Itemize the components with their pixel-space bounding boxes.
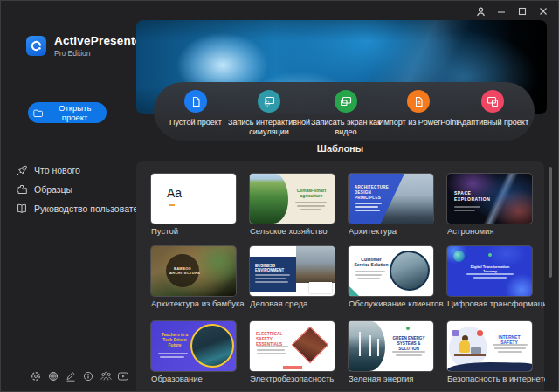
open-project-button[interactable]: Открыть проект xyxy=(28,102,107,123)
action-label: Импорт из PowerPoint xyxy=(378,118,459,127)
template-card-architecture[interactable]: ARCHITECTURE DESIGN PRINCIPLES Архитекту… xyxy=(349,174,433,238)
app-logo-icon xyxy=(26,36,46,56)
blank-document-icon xyxy=(184,90,207,113)
activepresenter-start-window: ActivePresenter Pro Edition Открыть прое… xyxy=(0,0,559,392)
template-card-green-energy[interactable]: GREEN ENERGY SYSTEMS & SOLUTION Зеленая … xyxy=(349,321,433,386)
account-button[interactable] xyxy=(473,3,488,19)
template-thumbnail: Climate-smart agriculture xyxy=(250,174,335,224)
minimize-icon xyxy=(497,7,506,16)
app-name: ActivePresenter xyxy=(54,34,147,47)
scrollbar[interactable] xyxy=(549,167,552,278)
sidebar-item-user-guide[interactable]: Руководство пользователя xyxy=(12,201,152,217)
open-project-label: Открыть проект xyxy=(48,103,101,122)
action-label: Запись интерактивной симуляции xyxy=(225,118,313,137)
puzzle-icon xyxy=(16,183,28,196)
account-icon xyxy=(475,6,487,17)
thumb-title: Digital Transformation Journey xyxy=(468,265,512,273)
sidebar-item-whats-new[interactable]: Что новoго xyxy=(12,162,152,178)
close-button[interactable] xyxy=(535,3,551,19)
settings-gear-icon[interactable] xyxy=(29,369,43,383)
action-record-simulation[interactable]: Запись интерактивной симуляции xyxy=(225,90,313,137)
folder-icon xyxy=(33,108,43,118)
template-label: Деловая среда xyxy=(250,299,348,308)
community-people-icon[interactable] xyxy=(99,369,113,383)
template-label: Астрономия xyxy=(447,226,545,236)
template-label: Пустой xyxy=(151,226,249,236)
maximize-icon xyxy=(518,7,527,16)
template-card-bamboo[interactable]: BAMBOO ARCHITECTURE Архитектура из бамбу… xyxy=(151,246,236,311)
sidebar-nav: Что новoго Образцы Руководство пользоват… xyxy=(12,162,152,217)
powerpoint-file-icon xyxy=(407,90,430,113)
template-thumbnail: Teachers in a Tech-Driven Future xyxy=(151,321,236,371)
footer-toolbar xyxy=(29,369,130,383)
template-card-agriculture[interactable]: Climate-smart agriculture Сельское хозяй… xyxy=(250,174,335,238)
template-card-blank[interactable]: Aa Пустой xyxy=(151,174,236,238)
maximize-button[interactable] xyxy=(514,3,530,19)
close-icon xyxy=(539,7,548,16)
about-info-icon[interactable] xyxy=(81,369,95,383)
template-label: Архитектура xyxy=(349,226,446,236)
template-label: Электробезопасность xyxy=(250,374,348,383)
minimize-button[interactable] xyxy=(493,3,509,19)
feedback-pencil-icon[interactable] xyxy=(64,369,78,383)
template-label: Обслуживание клиентов xyxy=(349,299,446,308)
quick-actions-bar: Пустой проект Запись интерактивной симул… xyxy=(154,82,535,141)
template-thumbnail: BAMBOO ARCHITECTURE xyxy=(151,246,236,296)
sidebar-item-label: Образцы xyxy=(34,184,72,195)
rocket-icon xyxy=(16,164,28,176)
screen-video-icon xyxy=(335,90,357,113)
template-thumbnail: BUSINESS ENVIRONMENT xyxy=(250,246,335,296)
screen-record-gear-icon xyxy=(258,90,280,113)
template-label: Цифровая трансформация xyxy=(447,299,545,308)
sidebar-item-samples[interactable]: Образцы xyxy=(12,182,152,197)
titlebar xyxy=(1,1,558,22)
template-thumbnail: ARCHITECTURE DESIGN PRINCIPLES xyxy=(349,174,433,224)
thumb-title: BUSINESS ENVIRONMENT xyxy=(255,264,292,272)
template-thumbnail: INTERNET SAFETY xyxy=(447,321,532,371)
sidebar-item-label: Что новoго xyxy=(34,165,80,175)
template-thumbnail: Digital Transformation Journey xyxy=(447,246,532,296)
template-card-education[interactable]: Teachers in a Tech-Driven Future Образов… xyxy=(151,321,236,386)
template-label: Зеленая энергия xyxy=(349,374,446,383)
template-label: Архитектура из бамбука xyxy=(151,299,249,308)
template-card-astronomy[interactable]: SPACE EXPLORATION Астрономия xyxy=(447,174,532,238)
template-card-digital-transformation[interactable]: Digital Transformation Journey Цифровая … xyxy=(447,246,532,311)
brand: ActivePresenter Pro Edition xyxy=(26,34,147,58)
template-label: Образование xyxy=(151,374,249,383)
language-globe-icon[interactable] xyxy=(46,369,60,383)
responsive-screens-icon xyxy=(481,90,504,113)
template-thumbnail: ELECTRICAL SAFETY ESSENTIALS xyxy=(250,321,335,371)
action-responsive-project[interactable]: Адаптивный проект xyxy=(449,90,536,127)
thumb-title: SPACE EXPLORATION xyxy=(454,190,484,203)
template-card-customer-service[interactable]: Customer Service Solution Обслуживание к… xyxy=(349,246,433,311)
sidebar-item-label: Руководство пользователя xyxy=(34,203,148,214)
action-label: Пустой проект xyxy=(169,118,222,127)
thumb-title: GREEN ENERGY SYSTEMS & SOLUTION xyxy=(389,336,429,352)
action-label: Адаптивный проект xyxy=(457,118,528,127)
app-edition: Pro Edition xyxy=(54,49,147,58)
template-thumbnail: GREEN ENERGY SYSTEMS & SOLUTION xyxy=(349,321,433,371)
thumb-title: Climate-smart agriculture xyxy=(292,188,331,198)
template-thumbnail: Aa xyxy=(151,174,236,224)
video-tutorials-icon[interactable] xyxy=(116,369,130,383)
templates-heading: Шаблоны xyxy=(136,143,544,154)
book-icon xyxy=(16,203,28,215)
template-label: Сельское хозяйство xyxy=(250,226,348,236)
thumb-title: Teachers in a Tech-Driven Future xyxy=(156,333,193,348)
template-card-electrical-safety[interactable]: ELECTRICAL SAFETY ESSENTIALS Электробезо… xyxy=(250,321,335,386)
template-card-internet-safety[interactable]: INTERNET SAFETY Безопасность в интернете xyxy=(447,321,532,386)
thumb-title: Aa xyxy=(167,186,182,200)
template-thumbnail: Customer Service Solution xyxy=(349,246,433,296)
templates-panel: Aa Пустой Climate-smart agriculture Сель… xyxy=(136,161,544,392)
thumb-title: BAMBOO ARCHITECTURE xyxy=(169,266,196,275)
thumb-title: Customer Service Solution xyxy=(354,257,389,267)
thumb-title: ARCHITECTURE DESIGN PRINCIPLES xyxy=(355,185,390,201)
template-card-business[interactable]: BUSINESS ENVIRONMENT Деловая среда xyxy=(250,246,335,311)
template-label: Безопасность в интернете xyxy=(447,374,545,383)
template-thumbnail: SPACE EXPLORATION xyxy=(447,174,532,224)
